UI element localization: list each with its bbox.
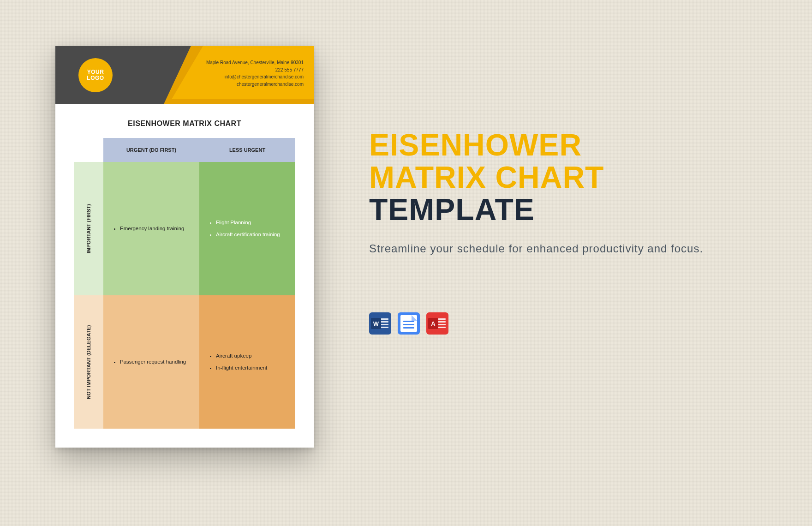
header-website: chestergeneralmerchandise.com — [206, 81, 304, 88]
cell-list: Aircraft upkeep In-flight entertainment — [208, 348, 267, 376]
document-header: YOUR LOGO Maple Road Avenue, Chestervill… — [55, 46, 314, 104]
promo-title: EISENHOWER MATRIX CHART TEMPLATE — [369, 129, 720, 226]
matrix-cell-important-urgent: Emergency landing training — [103, 162, 199, 295]
header-contact-info: Maple Road Avenue, Chesterville, Maine 9… — [206, 59, 304, 88]
list-item: Flight Planning — [216, 219, 280, 227]
list-item: Emergency landing training — [120, 225, 184, 233]
cell-list: Passenger request handling — [112, 354, 186, 371]
list-item: Passenger request handling — [120, 359, 186, 366]
matrix-cell-not-important-urgent: Passenger request handling — [103, 295, 199, 429]
document-title: EISENHOWER MATRIX CHART — [74, 120, 295, 128]
list-item: In-flight entertainment — [216, 365, 267, 372]
doc-lines-icon — [380, 317, 388, 329]
header-email: info@chestergeneralmerchandise.com — [206, 73, 304, 81]
doc-lines-icon — [403, 319, 414, 330]
promo-panel: EISENHOWER MATRIX CHART TEMPLATE Streaml… — [369, 129, 720, 335]
google-docs-icon[interactable] — [398, 312, 420, 335]
promo-title-line2: MATRIX CHART — [369, 160, 604, 194]
pdf-icon[interactable]: A — [426, 312, 448, 335]
promo-title-line1: EISENHOWER — [369, 128, 582, 162]
logo-placeholder: YOUR LOGO — [78, 58, 113, 92]
list-item: Aircraft certification training — [216, 231, 280, 239]
pdf-badge: A — [428, 318, 438, 329]
word-badge: W — [371, 318, 381, 329]
matrix-row-header-important: IMPORTANT (FIRST) — [74, 162, 103, 295]
cell-list: Emergency landing training — [112, 221, 184, 237]
canvas: YOUR LOGO Maple Road Avenue, Chestervill… — [0, 0, 812, 526]
matrix-cell-important-less-urgent: Flight Planning Aircraft certification t… — [199, 162, 295, 295]
matrix-row-header-not-important: NOT IMPORTANT (DELEGATE) — [74, 295, 103, 429]
format-icons: W A — [369, 312, 720, 335]
list-item: Aircraft upkeep — [216, 353, 267, 360]
header-phone: 222 555 7777 — [206, 66, 304, 74]
matrix-col-header-less-urgent: LESS URGENT — [199, 138, 295, 162]
promo-title-line3: TEMPLATE — [369, 192, 535, 227]
document-body: EISENHOWER MATRIX CHART URGENT (DO FIRST… — [55, 104, 314, 442]
eisenhower-matrix: URGENT (DO FIRST) LESS URGENT IMPORTANT … — [74, 138, 295, 429]
logo-text-line2: LOGO — [87, 75, 104, 81]
header-address: Maple Road Avenue, Chesterville, Maine 9… — [206, 59, 304, 66]
matrix-col-header-urgent: URGENT (DO FIRST) — [103, 138, 199, 162]
cell-list: Flight Planning Aircraft certification t… — [208, 215, 280, 243]
doc-lines-icon — [437, 317, 446, 329]
word-icon[interactable]: W — [369, 312, 391, 335]
document-preview: YOUR LOGO Maple Road Avenue, Chestervill… — [55, 46, 314, 448]
matrix-cell-not-important-less-urgent: Aircraft upkeep In-flight entertainment — [199, 295, 295, 429]
matrix-corner-blank — [74, 138, 103, 162]
promo-subtitle: Streamline your schedule for enhanced pr… — [369, 240, 720, 257]
